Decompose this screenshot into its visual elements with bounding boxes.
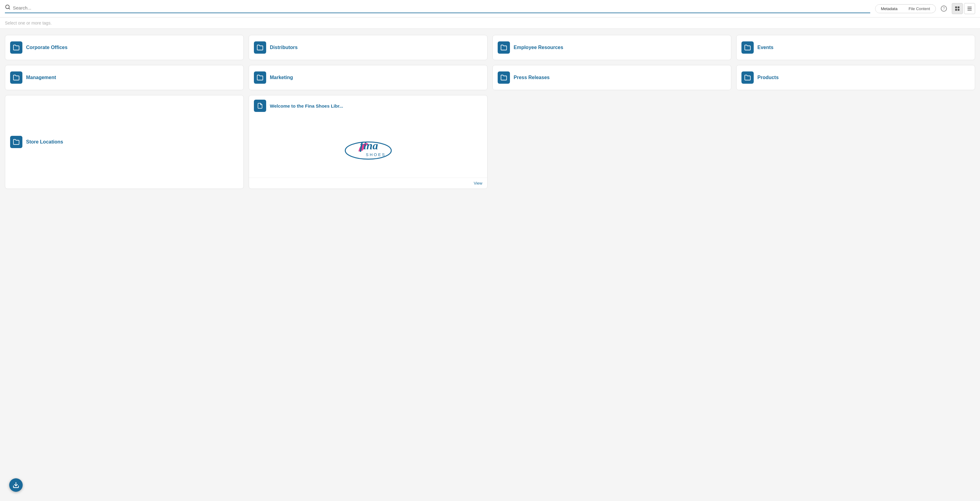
folder-icon-distributors (254, 41, 266, 54)
svg-text:SHOES: SHOES (366, 153, 386, 157)
file-label: Welcome to the Fina Shoes Libr... (270, 103, 343, 108)
toggle-group: Metadata File Content (875, 4, 936, 13)
folder-icon-marketing (254, 72, 266, 84)
svg-rect-2 (955, 6, 957, 8)
folder-label-store-locations: Store Locations (26, 139, 63, 145)
tags-placeholder: Select one or more tags. (5, 21, 52, 25)
svg-line-1 (9, 8, 10, 9)
file-icon (254, 100, 266, 112)
folder-card-corporate-offices[interactable]: Corporate Offices (5, 35, 244, 60)
svg-rect-4 (955, 9, 957, 11)
folder-label-events: Events (757, 45, 773, 50)
search-icon (5, 4, 10, 11)
search-input[interactable] (13, 5, 80, 10)
file-card-welcome[interactable]: Welcome to the Fina Shoes Libr... fina S… (249, 95, 488, 189)
svg-rect-6 (967, 7, 972, 7)
toggle-metadata-btn[interactable]: Metadata (875, 5, 903, 13)
view-link[interactable]: View (474, 181, 482, 186)
grid-view-button[interactable] (952, 3, 963, 14)
folder-label-corporate-offices: Corporate Offices (26, 45, 67, 50)
toggle-file-content-btn[interactable]: File Content (903, 5, 935, 13)
folder-icon-store-locations (10, 136, 22, 148)
folder-icon-press-releases (498, 72, 510, 84)
folder-card-events[interactable]: Events (736, 35, 975, 60)
help-icon[interactable]: ? (941, 6, 947, 12)
svg-rect-7 (967, 8, 972, 9)
svg-text:fina: fina (360, 140, 378, 152)
folder-icon-events (741, 41, 754, 54)
folder-card-press-releases[interactable]: Press Releases (492, 65, 731, 90)
folder-card-marketing[interactable]: Marketing (249, 65, 488, 90)
svg-rect-5 (958, 9, 959, 11)
folder-label-employee-resources: Employee Resources (514, 45, 563, 50)
list-view-button[interactable] (964, 3, 975, 14)
file-card-header: Welcome to the Fina Shoes Libr... (249, 95, 487, 116)
folder-label-marketing: Marketing (270, 75, 293, 80)
folder-icon-products (741, 72, 754, 84)
tags-bar[interactable]: Select one or more tags. (0, 17, 980, 29)
folder-icon-management (10, 72, 22, 84)
file-preview: fina SHOES (249, 116, 487, 178)
folder-label-press-releases: Press Releases (514, 75, 549, 80)
file-card-footer: View (249, 178, 487, 189)
svg-rect-8 (967, 10, 972, 10)
folder-card-products[interactable]: Products (736, 65, 975, 90)
folder-label-products: Products (757, 75, 778, 80)
folder-card-distributors[interactable]: Distributors (249, 35, 488, 60)
search-area (5, 4, 870, 13)
folder-icon-corporate-offices (10, 41, 22, 54)
top-bar: Metadata File Content ? (0, 0, 980, 17)
folder-icon-employee-resources (498, 41, 510, 54)
folder-label-distributors: Distributors (270, 45, 298, 50)
list-icon (967, 6, 972, 11)
folder-label-management: Management (26, 75, 56, 80)
folder-card-employee-resources[interactable]: Employee Resources (492, 35, 731, 60)
folder-card-management[interactable]: Management (5, 65, 244, 90)
fina-shoes-logo: fina SHOES (337, 129, 399, 165)
view-toggle (952, 3, 975, 14)
content-area: Corporate Offices Distributors Employee … (0, 29, 980, 195)
svg-rect-3 (958, 6, 959, 8)
grid-icon (955, 6, 960, 11)
folder-card-store-locations[interactable]: Store Locations (5, 95, 244, 189)
